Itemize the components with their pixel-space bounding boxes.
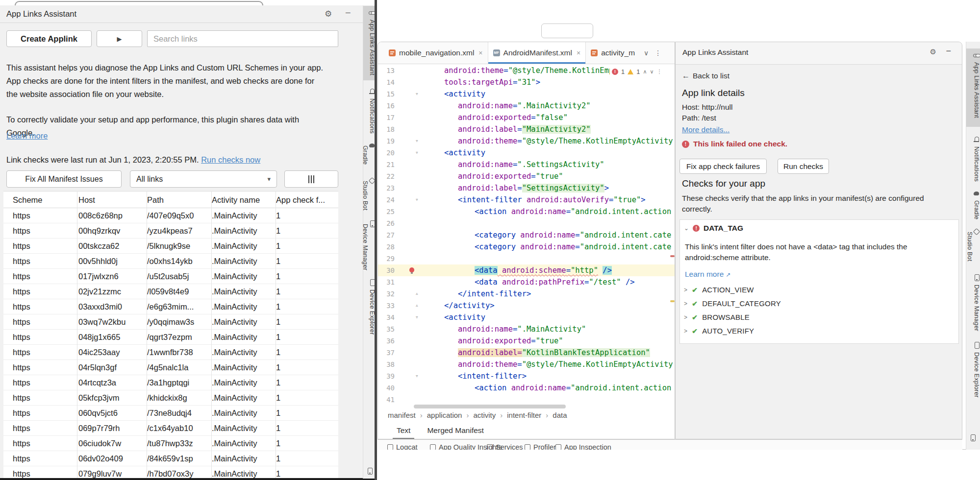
stripe-tab-studio-bot[interactable]: Studio Bot	[363, 174, 376, 213]
editor-tab-mobile-navigation-xml[interactable]: mobile_navigation.xml×	[384, 42, 488, 64]
tab-overflow-icon[interactable]: ⋮	[654, 49, 661, 57]
close-icon[interactable]: ×	[577, 49, 580, 57]
back-to-list-link[interactable]: ←Back to list	[682, 72, 729, 80]
error-lamp-icon[interactable]	[409, 267, 414, 272]
code-line[interactable]: 28<category android:name="android.intent…	[378, 241, 675, 253]
breadcrumb-item[interactable]: data	[553, 411, 567, 419]
stripe-tab-device-explorer[interactable]: Device Explorer	[966, 338, 980, 401]
horizontal-scrollbar[interactable]	[414, 405, 566, 408]
table-row[interactable]: https03axxd3mi0/e6g63mim....MainActivity…	[3, 299, 338, 314]
editor-tab-androidmanifest-xml[interactable]: AndroidManifest.xml×	[488, 42, 586, 64]
fold-marker[interactable]: ▿	[415, 194, 419, 206]
stripe-tab-notifications[interactable]: Notifications	[966, 133, 980, 182]
fold-marker[interactable]: ▿	[415, 147, 419, 159]
run-button[interactable]: ▶	[97, 30, 142, 47]
minimize-icon[interactable]: −	[345, 7, 351, 19]
bottom-bar-item-app-inspection[interactable]: App Inspection	[555, 443, 611, 450]
table-header-cell[interactable]: Activity name	[212, 192, 272, 208]
code-line[interactable]: 37android:label="KotlinBlankTestApplicat…	[378, 347, 675, 359]
stripe-tab-device-manager[interactable]: Device Manager	[363, 217, 376, 272]
code-line[interactable]: 30<data android:scheme="http" />	[378, 264, 675, 276]
fold-marker[interactable]: ▿	[415, 312, 419, 323]
columns-button[interactable]	[284, 170, 338, 188]
table-row[interactable]: https00v5hhld0j/o0xhs14ykb.MainActivity1	[3, 254, 338, 269]
table-row[interactable]: https04ic253aay/1wwnfbr738.MainActivity1	[3, 345, 338, 360]
bottom-bar-item-services[interactable]: Services	[487, 443, 523, 450]
code-line[interactable]: 21android:name=".SettingsActivity"	[378, 159, 675, 170]
stripe-tab-app-links-assistant[interactable]: App Links Assistant	[966, 48, 980, 127]
code-line[interactable]: 18android:label="MainActivity2"	[378, 123, 675, 135]
inspections-menu-icon[interactable]: ⋮	[657, 69, 662, 75]
table-row[interactable]: https04r5lqn3gf/4g5nalc1la.MainActivity1	[3, 360, 338, 375]
code-line[interactable]: 17android:exported="false"	[378, 112, 675, 123]
stripe-tab-gradle[interactable]: Gradle	[363, 139, 376, 170]
editor-tab-activity-m[interactable]: activity_m	[586, 42, 640, 64]
code-line[interactable]: 23android:label="SettingsActivity">	[378, 182, 675, 194]
close-icon[interactable]: ×	[478, 49, 482, 57]
table-row[interactable]: https04rtcqtz3a/3a1hgptqgi.MainActivity1	[3, 375, 338, 390]
stripe-tab-gradle[interactable]: Gradle	[966, 187, 980, 220]
gear-icon[interactable]: ⚙	[325, 9, 332, 19]
code-line[interactable]: 41	[378, 394, 675, 406]
code-line[interactable]: 33▵</activity>	[378, 300, 675, 312]
table-row[interactable]: https008c6z68np/407e09q5x0.MainActivity1	[3, 208, 338, 223]
code-line[interactable]: 19▿android:theme="@style/Theme.KotlinEmp…	[378, 135, 675, 147]
code-line[interactable]: 35android:name=".MainActivity"	[378, 323, 675, 335]
inspections-widget[interactable]: ! 1 1 ∧ ∨ ⋮	[610, 66, 664, 77]
table-row[interactable]: https017jwlxzn6/u5t2usab5j.MainActivity1	[3, 269, 338, 284]
code-line[interactable]: 20▿<activity	[378, 147, 675, 159]
data-tag-check-row[interactable]: ⌄ ! DATA_TAG	[684, 224, 743, 233]
fold-marker[interactable]: ▿	[415, 135, 419, 147]
table-row[interactable]: https02jv21zzmc/l059v8t4e9.MainActivity1	[3, 284, 338, 299]
panel-header[interactable]: App Links Assistant ⚙ −	[676, 42, 962, 65]
warning-stripe-mark[interactable]	[670, 300, 675, 302]
more-details-link[interactable]: More details...	[682, 125, 729, 134]
fix-all-manifest-issues-button[interactable]: Fix All Manifest Issues	[6, 170, 122, 188]
code-editor[interactable]: 13android:theme="@style/Theme.KotlinEmp1…	[378, 65, 675, 408]
tab-list-dropdown-icon[interactable]: ∨	[644, 49, 649, 57]
links-filter-dropdown[interactable]: All links ▾	[130, 170, 277, 188]
create-applink-button[interactable]: Create Applink	[6, 30, 92, 47]
fold-marker[interactable]: ▵	[415, 288, 419, 300]
passed-check-action_view[interactable]: >✔ACTION_VIEW	[684, 286, 754, 294]
table-header-cell[interactable]: App check f...	[276, 192, 335, 208]
table-row[interactable]: https060qv5jct6/73ne8udqj4.MainActivity1	[3, 406, 338, 421]
fold-marker[interactable]: ▵	[415, 300, 419, 312]
learn-more-link[interactable]: Learn more	[6, 131, 48, 141]
table-row[interactable]: https069p7r79rh/c1x64yab10.MainActivity1	[3, 421, 338, 436]
search-links-input[interactable]	[147, 30, 338, 47]
stripe-tab-device-manager[interactable]: Device Manager	[966, 271, 980, 334]
stripe-tab-notifications[interactable]: Notifications	[363, 85, 376, 134]
code-line[interactable]: 34▿<activity	[378, 312, 675, 323]
code-line[interactable]: 16android:name=".MainActivity2"	[378, 100, 675, 112]
prev-issue-icon[interactable]: ∧	[643, 69, 647, 75]
code-line[interactable]: 40<action android:name="android.intent.a…	[378, 382, 675, 394]
code-line[interactable]: 39▿<intent-filter>	[378, 370, 675, 382]
error-stripe-mark[interactable]	[670, 255, 675, 257]
code-line[interactable]: 32▵</intent-filter>	[378, 288, 675, 300]
table-header-cell[interactable]: Host	[78, 192, 142, 208]
code-line[interactable]: 15▿<activity	[378, 88, 675, 100]
breadcrumb-item[interactable]: intent-filter	[507, 411, 541, 419]
code-line[interactable]: 24▿<intent-filter android:autoVerify="tr…	[378, 194, 675, 206]
code-line[interactable]: 31<data android:pathPrefix="/test" />	[378, 276, 675, 288]
code-line[interactable]: 14tools:targetApi="31">	[378, 76, 675, 88]
stripe-tab-studio-bot[interactable]: Studio Bot	[966, 225, 980, 267]
fold-marker[interactable]: ▿	[415, 88, 419, 100]
breadcrumb-item[interactable]: application	[427, 411, 462, 419]
stripe-tab-app-links-assistant[interactable]: App Links Assistant	[363, 6, 376, 80]
code-line[interactable]: 22android:exported="true"	[378, 170, 675, 182]
code-line[interactable]: 29	[378, 253, 675, 264]
code-line[interactable]: 26	[378, 217, 675, 229]
table-row[interactable]: https00hq9zrkqv/yzu4kpeas7.MainActivity1	[3, 223, 338, 239]
learn-more-link[interactable]: Learn more ↗	[685, 270, 731, 279]
code-line[interactable]: 27<category android:name="android.intent…	[378, 229, 675, 241]
table-header-cell[interactable]: Path	[147, 192, 208, 208]
table-row[interactable]: https048jg1x665/qgrt37ezpm.MainActivity1	[3, 330, 338, 345]
bottom-bar-item-profiler[interactable]: Profiler	[525, 443, 556, 450]
table-row[interactable]: https03wq7w2kbu/y0qqimaw3s.MainActivity1	[3, 314, 338, 330]
breadcrumb-item[interactable]: activity	[473, 411, 496, 419]
code-line[interactable]: 25<action android:name="android.intent.a…	[378, 206, 675, 217]
run-checks-button[interactable]: Run checks	[778, 159, 829, 174]
table-row[interactable]: https079g9luv7w/h7bd07ox3y.MainActivity1	[3, 466, 338, 479]
